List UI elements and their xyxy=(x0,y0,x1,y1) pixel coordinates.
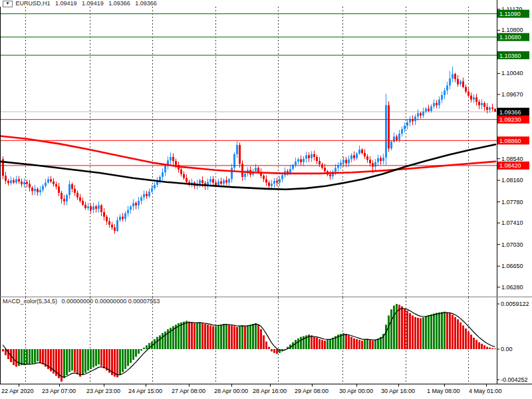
candle-body xyxy=(95,206,97,208)
candle-body xyxy=(201,180,203,183)
candle-body xyxy=(42,186,44,190)
candle-body xyxy=(465,87,467,92)
macd-histogram-bar xyxy=(404,309,406,349)
candle-body xyxy=(358,150,360,154)
macd-histogram-bar xyxy=(92,349,94,368)
macd-histogram-bar xyxy=(263,335,265,349)
candle-body xyxy=(119,217,121,220)
macd-histogram-bar xyxy=(201,323,203,349)
macd-histogram-bar xyxy=(76,349,78,374)
candle-body xyxy=(388,105,390,148)
macd-histogram-bar xyxy=(417,318,419,349)
macd-histogram-bar xyxy=(84,349,86,373)
symbol-dropdown-button[interactable]: ▼ xyxy=(3,1,13,7)
price-badge-label: 1.10680 xyxy=(499,34,521,41)
macd-histogram-bar xyxy=(265,342,267,349)
candle-body xyxy=(108,221,110,225)
macd-histogram-bar xyxy=(122,349,124,372)
candle-body xyxy=(45,183,47,186)
macd-histogram-bar xyxy=(2,349,4,351)
macd-histogram-bar xyxy=(366,339,368,349)
macd-histogram-bar xyxy=(436,313,438,349)
candle-body xyxy=(199,180,201,184)
candle-body xyxy=(319,161,321,164)
macd-histogram-bar xyxy=(239,327,241,349)
macd-histogram-bar xyxy=(119,349,121,375)
candle-body xyxy=(209,179,211,182)
candle-body xyxy=(76,193,78,198)
candle-body xyxy=(127,210,129,213)
candle-body xyxy=(486,107,488,110)
candle-body xyxy=(34,189,36,191)
macd-histogram-bar xyxy=(470,334,472,349)
macd-histogram-bar xyxy=(467,332,469,349)
price-badge-label: 1.09366 xyxy=(499,109,521,116)
macd-histogram-bar xyxy=(494,348,496,349)
macd-histogram-bar xyxy=(460,323,462,349)
candle-body xyxy=(122,217,124,219)
macd-histogram-bar xyxy=(390,309,392,349)
macd-histogram-bar xyxy=(430,315,432,349)
candle-body xyxy=(228,179,230,182)
price-tick-label: 1.07410 xyxy=(501,219,523,226)
macd-histogram-bar xyxy=(332,338,334,349)
macd-histogram-bar xyxy=(393,305,395,349)
candle-body xyxy=(414,116,416,121)
candle-body xyxy=(114,227,116,231)
candle-body xyxy=(84,205,86,208)
candle-body xyxy=(345,160,347,163)
candle-body xyxy=(417,113,419,116)
candle-body xyxy=(390,142,392,148)
macd-histogram-bar xyxy=(425,317,427,349)
chart-window: ▼ EURUSD,H1 1.09419 1.09419 1.09366 1.09… xyxy=(0,0,532,399)
candle-body xyxy=(135,203,137,205)
candle-body xyxy=(321,164,323,168)
candle-body xyxy=(55,184,57,186)
candle-body xyxy=(483,103,485,107)
macd-histogram-bar xyxy=(212,327,214,349)
ohlc-open: 1.09419 xyxy=(55,0,77,7)
candle-body xyxy=(361,150,363,153)
candle-body xyxy=(452,74,454,78)
candle-body xyxy=(31,188,33,191)
macd-histogram-bar xyxy=(247,325,249,349)
candle-body xyxy=(71,184,73,189)
macd-histogram-bar xyxy=(7,349,9,359)
chart-header: ▼ EURUSD,H1 1.09419 1.09419 1.09366 1.09… xyxy=(0,0,497,7)
candle-body xyxy=(406,122,408,126)
macd-histogram-bar xyxy=(236,327,238,349)
candle-body xyxy=(404,126,406,129)
macd-histogram-bar xyxy=(103,349,105,368)
candle-body xyxy=(374,162,376,167)
macd-histogram-bar xyxy=(255,323,257,349)
candle-body xyxy=(7,181,9,183)
macd-histogram-bar xyxy=(454,317,456,349)
candle-body xyxy=(454,74,456,79)
time-axis-label: 28 Apr 00:00 xyxy=(214,388,248,394)
candle-body xyxy=(398,134,400,140)
macd-histogram-bar xyxy=(446,313,448,349)
candle-body xyxy=(428,108,430,110)
macd-histogram-bar xyxy=(233,327,235,349)
macd-histogram-bar xyxy=(114,349,116,376)
candle-body xyxy=(489,108,491,110)
candle-body xyxy=(444,90,446,95)
candle-body xyxy=(303,159,305,162)
macd-histogram-bar xyxy=(327,340,329,349)
macd-histogram-bar xyxy=(321,340,323,349)
candle-body xyxy=(50,179,52,181)
macd-histogram-bar xyxy=(209,325,211,349)
chart-canvas[interactable]: 1.111701.108001.100401.096701.085401.081… xyxy=(0,0,532,399)
macd-histogram-bar xyxy=(297,338,299,349)
candle-body xyxy=(63,199,65,201)
macd-histogram-bar xyxy=(260,329,262,349)
price-tick-label: 1.08160 xyxy=(501,177,523,184)
price-tick-label: 1.07030 xyxy=(501,241,523,248)
candle-body xyxy=(279,179,281,182)
macd-histogram-bar xyxy=(444,312,446,349)
candle-body xyxy=(47,179,49,182)
candle-body xyxy=(159,177,161,181)
candle-body xyxy=(74,189,76,193)
candle-body xyxy=(350,156,352,160)
macd-histogram-bar xyxy=(132,349,134,360)
